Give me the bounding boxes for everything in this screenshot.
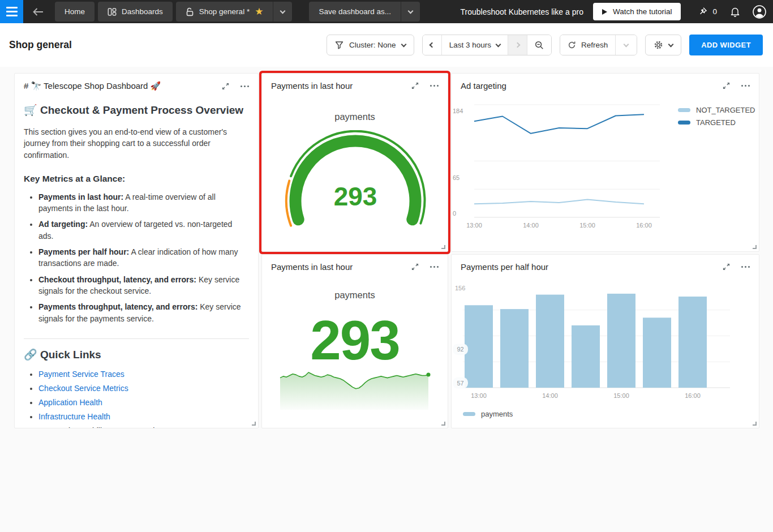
widget-menu-button[interactable] — [741, 83, 750, 88]
refresh-options-button[interactable] — [615, 35, 637, 55]
expand-icon[interactable] — [722, 81, 731, 90]
save-dashboard-label: Save dashboard as... — [319, 7, 391, 16]
metrics-list: Payments in last hour: A real-time overv… — [24, 191, 249, 324]
svg-text:57: 57 — [457, 380, 463, 387]
back-button[interactable] — [31, 6, 46, 18]
watch-tutorial-button[interactable]: Watch the tutorial — [593, 3, 681, 20]
tab-shop-general-menu[interactable] — [273, 2, 292, 22]
resize-handle[interactable] — [753, 245, 757, 249]
unlock-icon — [186, 7, 194, 16]
link-infrastructure-health[interactable]: Infrastructure Health — [38, 412, 110, 421]
chart-legend: NOT_TARGETED TARGETED — [678, 106, 755, 127]
legend-item[interactable]: NOT_TARGETED — [678, 106, 755, 114]
user-avatar[interactable] — [752, 5, 767, 19]
dashboard-header: Shop general Cluster: None Last 3 hours … — [0, 23, 773, 67]
expand-icon[interactable] — [411, 263, 419, 271]
tab-dashboards-label: Dashboards — [122, 7, 163, 16]
promo-text: Troubleshoot Kubernetes like a pro — [461, 7, 583, 16]
expand-icon[interactable] — [722, 263, 731, 271]
cluster-filter-button[interactable]: Cluster: None — [327, 35, 414, 55]
time-back-button[interactable] — [423, 35, 441, 55]
save-dashboard-menu[interactable] — [401, 2, 420, 22]
list-item: Payments in last hour: A real-time overv… — [38, 191, 249, 214]
legend-label: NOT_TARGETED — [696, 106, 755, 114]
tab-home-label: Home — [65, 7, 85, 16]
legend-item[interactable]: TARGETED — [678, 118, 755, 127]
resize-handle[interactable] — [441, 422, 445, 426]
page-title: Shop general — [9, 39, 72, 51]
legend-swatch — [463, 412, 475, 416]
svg-text:0: 0 — [453, 210, 456, 217]
svg-text:13:00: 13:00 — [466, 222, 482, 229]
tab-shop-general-group: Shop general * ★ — [176, 2, 293, 22]
legend-swatch — [678, 121, 690, 125]
list-item: Checkout throughput, latency, and errors… — [38, 274, 249, 297]
bar-chart-widget: Payments per half hour 156925713:0014:00… — [451, 254, 759, 428]
resize-handle[interactable] — [252, 422, 256, 426]
markdown-heading: 🛒 Checkout & Payment Process Overview — [24, 104, 249, 117]
cluster-filter-label: Cluster: None — [349, 41, 396, 49]
favorite-star-icon[interactable]: ★ — [255, 7, 263, 16]
expand-icon[interactable] — [411, 81, 419, 90]
play-icon — [602, 9, 607, 15]
widget-menu-button[interactable] — [430, 264, 439, 269]
top-navigation: Home Dashboards Shop general * ★ Save da… — [0, 0, 773, 23]
zoom-out-icon — [535, 41, 544, 50]
list-item: SUSE Observability Documentation — [38, 426, 249, 428]
widget-menu-button[interactable] — [741, 264, 750, 269]
list-item: Payments throughput, latency, and errors… — [38, 301, 249, 324]
chart-legend[interactable]: payments — [463, 410, 513, 418]
tab-shop-general-label: Shop general * — [199, 7, 250, 16]
tab-dashboards[interactable]: Dashboards — [98, 2, 173, 22]
save-dashboard-button[interactable]: Save dashboard as... — [309, 2, 401, 22]
menu-button[interactable] — [0, 0, 23, 23]
bell-icon — [730, 6, 740, 17]
legend-label: TARGETED — [696, 118, 736, 127]
divider — [24, 338, 249, 339]
link-application-health[interactable]: Application Health — [38, 398, 102, 407]
markdown-intro: This section gives you an end-to-end vie… — [24, 126, 249, 161]
pin-icon — [698, 7, 707, 16]
widget-menu-button[interactable] — [241, 84, 249, 89]
gauge-widget: Payments in last hour payments 293 — [261, 73, 448, 252]
widget-title: Ad targeting — [461, 81, 506, 91]
list-item: Ad targeting: An overview of targeted vs… — [38, 218, 249, 242]
list-item: Payment Service Traces — [38, 370, 249, 379]
link-checkout-service-metrics[interactable]: Checkout Service Metrics — [38, 384, 128, 393]
quick-links-heading: 🔗 Quick Links — [24, 348, 249, 361]
link-payment-service-traces[interactable]: Payment Service Traces — [38, 370, 124, 379]
ad-targeting-widget: Ad targeting 18465013:0014:0015:0016:00 … — [451, 73, 759, 252]
payments-value: 293 — [262, 312, 448, 368]
resize-handle[interactable] — [753, 422, 757, 426]
time-forward-button[interactable] — [508, 35, 527, 55]
ad-targeting-line-chart: 18465013:0014:0015:0016:00 — [452, 98, 667, 237]
legend-swatch — [678, 108, 690, 112]
expand-icon[interactable] — [221, 82, 230, 91]
back-arrow-icon — [33, 8, 44, 16]
avatar-icon — [752, 5, 767, 19]
settings-button[interactable] — [645, 35, 681, 55]
payments-gauge-chart: 293 — [282, 130, 429, 235]
payments-sparkline — [279, 368, 432, 412]
filter-funnel-icon — [335, 41, 343, 49]
resize-handle[interactable] — [441, 245, 445, 249]
add-widget-button[interactable]: ADD WIDGET — [689, 35, 763, 55]
time-range-button[interactable]: Last 3 hours — [441, 35, 508, 55]
dashboards-icon — [108, 7, 117, 16]
tab-home[interactable]: Home — [55, 2, 95, 22]
link-suse-observability-documentation[interactable]: SUSE Observability Documentation — [38, 426, 164, 428]
svg-text:16:00: 16:00 — [636, 222, 652, 229]
svg-text:92: 92 — [457, 346, 463, 353]
tab-shop-general[interactable]: Shop general * ★ — [176, 2, 273, 22]
widget-title: Payments in last hour — [271, 262, 353, 272]
pin-button[interactable]: 0 — [698, 7, 717, 16]
svg-text:65: 65 — [453, 174, 459, 181]
notifications-button[interactable] — [730, 6, 740, 17]
widget-menu-button[interactable] — [430, 83, 439, 88]
save-dashboard-group: Save dashboard as... — [309, 2, 420, 22]
time-range-controls: Last 3 hours — [422, 35, 552, 55]
zoom-out-button[interactable] — [527, 35, 551, 55]
time-range-label: Last 3 hours — [449, 41, 491, 49]
widget-title: # 🔭 Telescope Shop Dashboard 🚀 — [24, 81, 161, 91]
refresh-button[interactable]: Refresh — [560, 35, 615, 55]
